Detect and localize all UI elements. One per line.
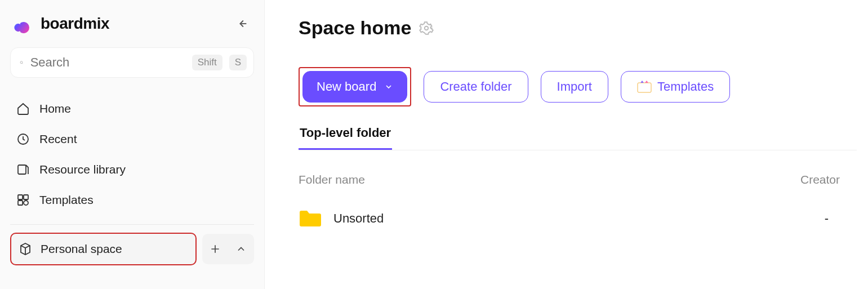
space-actions [202, 234, 254, 264]
nav-label: Templates [39, 193, 94, 207]
templates-button[interactable]: Templates [621, 71, 730, 103]
nav: Home Recent Resource library Templates [10, 95, 254, 214]
brand-logo-icon [14, 14, 34, 34]
nav-recent[interactable]: Recent [10, 125, 254, 153]
title-row: Space home [299, 17, 857, 39]
create-folder-button[interactable]: Create folder [424, 71, 528, 103]
chevron-up-icon [235, 243, 247, 255]
collapse-sidebar-button[interactable] [234, 15, 251, 32]
button-label: Templates [657, 79, 714, 94]
action-bar: New board Create folder Import Templates [299, 67, 857, 106]
import-button[interactable]: Import [541, 71, 608, 103]
nav-home[interactable]: Home [10, 95, 254, 123]
kbd-s: S [229, 55, 247, 70]
space-row: Personal space [10, 233, 254, 265]
space-label: Personal space [41, 242, 122, 256]
new-board-button[interactable]: New board [302, 71, 407, 103]
folder-icon [299, 209, 321, 228]
plus-icon [210, 243, 221, 255]
kbd-shift: Shift [192, 55, 222, 70]
col-folder-name: Folder name [299, 173, 365, 186]
svg-rect-3 [18, 195, 23, 199]
divider [10, 224, 254, 225]
nav-label: Recent [39, 132, 77, 146]
tabs: Top-level folder [299, 126, 857, 150]
button-label: Import [557, 79, 592, 94]
chevron-down-icon [384, 82, 393, 91]
folder-name: Unsorted [333, 211, 384, 226]
nav-label: Resource library [39, 163, 126, 176]
col-creator: Creator [800, 173, 840, 186]
search-icon [20, 56, 24, 69]
brand-name: boardmix [41, 15, 109, 33]
library-icon [16, 162, 30, 177]
nav-resource-library[interactable]: Resource library [10, 155, 254, 184]
highlight-new-board: New board [299, 67, 411, 106]
personal-space-item[interactable]: Personal space [10, 233, 197, 265]
svg-point-6 [24, 201, 28, 205]
button-label: New board [317, 79, 376, 94]
cube-icon [18, 242, 33, 256]
button-label: Create folder [440, 79, 511, 94]
templates-nav-icon [16, 193, 30, 207]
svg-point-0 [20, 61, 23, 64]
brand-row: boardmix [10, 10, 254, 39]
nav-label: Home [39, 102, 71, 115]
collapse-space-button[interactable] [228, 236, 254, 262]
svg-rect-5 [18, 201, 23, 205]
tab-top-level-folder[interactable]: Top-level folder [299, 126, 392, 150]
folder-creator: - [825, 211, 829, 226]
search-box[interactable]: Shift S [10, 47, 254, 78]
collapse-icon [236, 17, 248, 30]
sidebar: boardmix Shift S Home Recent [0, 0, 265, 289]
main: Space home New board Create folder Impor… [265, 0, 868, 289]
clock-icon [16, 132, 30, 146]
home-icon [16, 101, 30, 116]
svg-rect-2 [18, 165, 26, 174]
folder-cell: Unsorted [299, 209, 384, 228]
brand[interactable]: boardmix [14, 14, 109, 34]
table-header: Folder name Creator [299, 173, 857, 186]
page-title: Space home [299, 17, 411, 39]
nav-templates[interactable]: Templates [10, 186, 254, 214]
svg-rect-8 [638, 83, 651, 92]
svg-point-7 [425, 26, 429, 30]
svg-rect-4 [24, 195, 28, 199]
add-space-button[interactable] [202, 236, 228, 262]
table-row[interactable]: Unsorted - [299, 209, 857, 228]
gear-icon[interactable] [419, 21, 434, 35]
templates-icon [637, 81, 652, 93]
search-input[interactable] [30, 55, 185, 70]
